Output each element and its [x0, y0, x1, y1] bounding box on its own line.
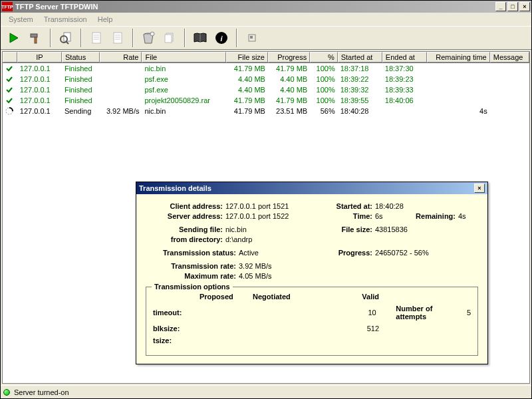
- menu-transmission[interactable]: Transmission: [39, 14, 92, 25]
- cell-size: 4.40 MB: [226, 86, 268, 94]
- value-client: 127.0.0.1 port 1521: [225, 202, 325, 210]
- cell-file: projekt20050829.rar: [142, 96, 225, 104]
- cell-started: 18:40:28: [338, 107, 382, 115]
- cell-size: 41.79 MB: [226, 96, 268, 104]
- col-pct[interactable]: %: [310, 52, 338, 63]
- cell-started: 18:39:32: [338, 86, 382, 94]
- transmission-options-group: Transmission options Proposed Negotiated…: [146, 287, 478, 356]
- app-window: TFTP TFTP Server TFTPDWIN _ □ × System T…: [0, 0, 532, 399]
- toolbar: i: [1, 26, 531, 50]
- info-icon: i: [215, 31, 228, 45]
- cell-pct: 100%: [310, 75, 338, 83]
- value-remaining: 4s: [458, 212, 466, 220]
- statusbar: Server turned-on: [1, 385, 531, 398]
- cell-progress: 41.79 MB: [268, 65, 310, 72]
- col-started[interactable]: Started at: [338, 52, 382, 63]
- svg-point-15: [150, 32, 154, 36]
- table-row[interactable]: 127.0.0.1Sending3.92 MB/snic.bin41.79 MB…: [3, 106, 529, 116]
- small-tool-button[interactable]: [243, 29, 261, 47]
- svg-rect-10: [114, 33, 122, 43]
- cell-file: psf.exe: [142, 86, 225, 94]
- close-button[interactable]: ×: [519, 2, 530, 11]
- table-header: IP Status Rate File File size Progress %…: [3, 52, 529, 63]
- col-file[interactable]: File: [142, 52, 225, 63]
- value-sending-file: nic.bin: [225, 225, 325, 233]
- table-body: 127.0.0.1Finishednic.bin41.79 MB41.79 MB…: [3, 63, 529, 116]
- label-from-dir: from directory:: [146, 235, 225, 243]
- toolbar-separator: [50, 29, 51, 47]
- label-remaining: Remaining:: [408, 212, 458, 220]
- label-server: Server address:: [146, 212, 225, 220]
- cell-pct: 56%: [310, 107, 338, 115]
- cell-file: nic.bin: [142, 65, 225, 72]
- col-icon[interactable]: [3, 52, 17, 63]
- value-progress: 24650752 - 56%: [375, 249, 429, 257]
- hammer-icon: [29, 31, 42, 45]
- col-progress[interactable]: Progress: [268, 52, 310, 63]
- table-row[interactable]: 127.0.0.1Finishedpsf.exe4.40 MB4.40 MB10…: [3, 74, 529, 84]
- table-row[interactable]: 127.0.0.1Finishedprojekt20050829.rar41.7…: [3, 95, 529, 106]
- menu-system[interactable]: System: [3, 14, 39, 25]
- col-message[interactable]: Message: [490, 52, 529, 63]
- col-remaining[interactable]: Remaining time: [427, 52, 490, 63]
- cell-pct: 100%: [310, 65, 338, 72]
- cell-started: 18:39:55: [338, 96, 382, 104]
- label-file-size: File size:: [325, 225, 375, 233]
- col-rate[interactable]: Rate: [100, 52, 142, 63]
- cell-size: 41.79 MB: [226, 107, 268, 115]
- play-icon: [8, 32, 20, 44]
- minimize-button[interactable]: _: [495, 2, 506, 11]
- dialog-close-button[interactable]: ×: [474, 184, 485, 193]
- cell-ip: 127.0.0.1: [17, 65, 62, 72]
- transfer-details-button[interactable]: [57, 29, 75, 47]
- toolbar-separator: [236, 29, 237, 47]
- col-ip[interactable]: IP: [17, 52, 62, 63]
- label-client: Client address:: [146, 202, 225, 210]
- label-max-rate: Maximum rate:: [146, 272, 239, 280]
- dialog-title: Transmission details: [139, 184, 474, 192]
- svg-rect-6: [92, 33, 100, 43]
- table-row[interactable]: 127.0.0.1Finishednic.bin41.79 MB41.79 MB…: [3, 63, 529, 74]
- value-status: Active: [239, 249, 325, 257]
- label-status: Transmission status:: [146, 249, 239, 257]
- app-icon: TFTP: [2, 2, 13, 11]
- cell-rate: 3.92 MB/s: [100, 107, 142, 115]
- docs-button[interactable]: [160, 29, 179, 47]
- menu-help[interactable]: Help: [92, 14, 118, 25]
- magnifier-doc-icon: [59, 31, 72, 45]
- doc1-button[interactable]: [87, 29, 106, 47]
- menubar: System Transmission Help: [1, 13, 531, 26]
- label-attempts: Number of attempts: [396, 305, 464, 321]
- value-server: 127.0.0.1 port 1522: [225, 212, 325, 220]
- maximize-button[interactable]: □: [507, 2, 518, 11]
- start-button[interactable]: [5, 29, 23, 47]
- label-progress: Progress:: [325, 249, 375, 257]
- value-timeout: 10: [311, 309, 376, 317]
- cell-ip: 127.0.0.1: [17, 96, 62, 104]
- value-file-size: 43815836: [375, 225, 408, 233]
- label-time: Time:: [325, 212, 375, 220]
- info-button[interactable]: i: [212, 29, 231, 47]
- cell-progress: 4.40 MB: [268, 86, 310, 94]
- check-icon: [3, 65, 17, 72]
- book-button[interactable]: [191, 29, 209, 47]
- svg-marker-0: [10, 33, 18, 43]
- trash-button[interactable]: [139, 29, 158, 47]
- check-icon: [3, 75, 17, 83]
- transmission-details-dialog: Transmission details × Client address: 1…: [136, 182, 488, 364]
- svg-rect-1: [31, 34, 37, 37]
- value-time: 6s: [375, 212, 408, 220]
- doc2-button[interactable]: [108, 29, 127, 47]
- titlebar: TFTP TFTP Server TFTPDWIN _ □ ×: [1, 1, 531, 13]
- cell-status: Finished: [62, 86, 100, 94]
- cell-ip: 127.0.0.1: [17, 86, 62, 94]
- cell-ip: 127.0.0.1: [17, 75, 62, 83]
- col-filesize[interactable]: File size: [226, 52, 268, 63]
- cell-progress: 41.79 MB: [268, 96, 310, 104]
- col-status[interactable]: Status: [62, 52, 100, 63]
- col-ended[interactable]: Ended at: [382, 52, 427, 63]
- label-sending-file: Sending file:: [146, 225, 225, 233]
- header-negotiated: Negotiated: [253, 293, 313, 301]
- table-row[interactable]: 127.0.0.1Finishedpsf.exe4.40 MB4.40 MB10…: [3, 84, 529, 95]
- stop-server-button[interactable]: [26, 29, 45, 47]
